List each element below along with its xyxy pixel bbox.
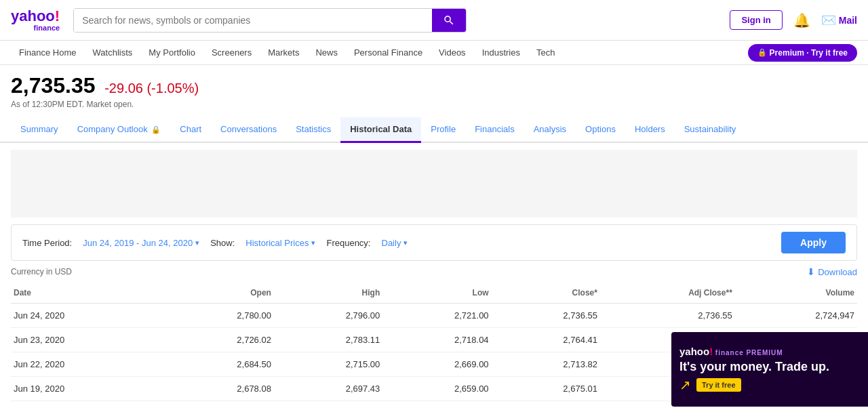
tab-conversations[interactable]: Conversations [211,117,286,143]
apply-button[interactable]: Apply [781,232,846,253]
nav-industries[interactable]: Industries [474,42,528,63]
tab-profile[interactable]: Profile [421,117,465,143]
header-right: Sign in 🔔 ✉️ Mail [730,10,857,30]
search-icon [443,14,455,26]
tab-options[interactable]: Options [576,117,625,143]
cell-date: Jun 22, 2020 [11,352,165,377]
top-header: yahoo! finance Sign in 🔔 ✉️ Mail [0,0,868,41]
logo[interactable]: yahoo! finance [11,9,60,32]
cell-date: Jun 24, 2020 [11,304,165,328]
notification-bell-icon[interactable]: 🔔 [793,12,810,28]
table-header-row: Date Open High Low Close* Adj Close** Vo… [11,283,857,304]
chevron-down-icon: ▾ [195,239,199,247]
nav-tech[interactable]: Tech [528,42,563,63]
cell-high: 2,697.43 [274,377,382,401]
currency-note: Currency in USD [11,267,72,276]
time-period-value: Jun 24, 2019 - Jun 24, 2020 [83,238,193,248]
col-low: Low [382,283,491,304]
tab-historical-data[interactable]: Historical Data [340,117,421,143]
tab-sustainability[interactable]: Sustainability [675,117,746,143]
ad-finance-label: finance [715,349,744,356]
mail-icon: ✉️ [821,13,836,28]
cell-low: 2,718.04 [382,328,491,352]
nav-watchlists[interactable]: Watchlists [85,42,141,63]
search-button[interactable] [432,9,466,32]
ad-arrow-icon: ↗ [679,377,691,393]
cell-low: 2,659.00 [382,377,491,401]
show-dropdown[interactable]: Historical Prices ▾ [245,238,315,248]
ad-premium-label: PREMIUM [746,349,783,356]
cell-high: 2,783.11 [274,328,382,352]
search-bar [73,8,467,33]
cell-high: 2,715.00 [274,352,382,377]
time-period-dropdown[interactable]: Jun 24, 2019 - Jun 24, 2020 ▾ [83,238,199,248]
cell-date: Jun 19, 2020 [11,377,165,401]
logo-finance: finance [11,24,60,32]
cell-date: Jun 23, 2020 [11,328,165,352]
cell-low: 2,669.00 [382,352,491,377]
filter-bar: Time Period: Jun 24, 2019 - Jun 24, 2020… [11,224,857,261]
logo-text: yahoo! [11,7,60,24]
ad-logo: yahoo! [679,346,713,357]
cell-adj-close--: 2,736.55 [600,304,735,328]
tab-financials[interactable]: Financials [465,117,524,143]
cell-open: 2,726.02 [165,328,274,352]
tab-company-outlook[interactable]: Company Outlook 🔒 [68,117,171,143]
mail-link[interactable]: ✉️ Mail [821,13,857,28]
frequency-label: Frequency: [326,238,370,248]
ad-try-button[interactable]: Try it free [696,378,741,392]
download-button[interactable]: ⬇ Download [807,266,857,277]
lock-icon: 🔒 [151,125,161,134]
chevron-down-icon: ▾ [403,239,408,247]
lock-icon: 🔒 [757,48,767,57]
nav-personal-finance[interactable]: Personal Finance [346,42,431,63]
table-row: Jun 24, 20202,780.002,796.002,721.002,73… [11,304,857,328]
nav-videos[interactable]: Videos [431,42,474,63]
market-status: As of 12:30PM EDT. Market open. [11,100,857,109]
cell-close-: 2,713.82 [492,352,600,377]
nav-my-portfolio[interactable]: My Portfolio [140,42,203,63]
tab-statistics[interactable]: Statistics [286,117,340,143]
stock-change: -29.06 (-1.05%) [104,81,199,96]
search-input[interactable] [74,9,432,32]
frequency-value: Daily [382,238,401,248]
ad-text: It's your money. Trade up. [679,360,860,374]
cell-low: 2,721.00 [382,304,491,328]
tab-summary[interactable]: Summary [11,117,68,143]
col-date: Date [11,283,165,304]
premium-label: Premium · Try it free [770,48,848,58]
col-adj-close: Adj Close** [600,283,735,304]
tab-chart[interactable]: Chart [170,117,211,143]
sign-in-button[interactable]: Sign in [730,10,782,30]
col-high: High [274,283,382,304]
time-period-label: Time Period: [22,238,72,248]
nav-markets[interactable]: Markets [260,42,307,63]
ad-space [11,150,857,218]
tab-analysis[interactable]: Analysis [524,117,576,143]
ad-bottom: ↗ Try it free [679,377,860,393]
show-value: Historical Prices [245,238,309,248]
cell-open: 2,678.08 [165,377,274,401]
tab-holders[interactable]: Holders [625,117,675,143]
stock-area: 2,735.35 -29.06 (-1.05%) As of 12:30PM E… [0,65,868,115]
cell-open: 2,780.00 [165,304,274,328]
cell-open: 2,684.50 [165,352,274,377]
frequency-dropdown[interactable]: Daily ▾ [382,238,408,248]
show-label: Show: [210,238,235,248]
col-open: Open [165,283,274,304]
col-close: Close* [492,283,600,304]
cell-high: 2,796.00 [274,304,382,328]
nav-bar: Finance Home Watchlists My Portfolio Scr… [0,41,868,65]
col-volume: Volume [735,283,857,304]
premium-button[interactable]: 🔒 Premium · Try it free [748,44,857,62]
chevron-down-icon: ▾ [311,239,315,247]
right-ad-banner[interactable]: yahoo! finance PREMIUM It's your money. … [671,332,868,401]
download-icon: ⬇ [807,266,815,277]
nav-news[interactable]: News [307,42,346,63]
cell-volume: 2,724,947 [735,304,857,328]
cell-close-: 2,736.55 [492,304,600,328]
table-meta: Currency in USD ⬇ Download [11,266,857,277]
nav-screeners[interactable]: Screeners [203,42,260,63]
nav-finance-home[interactable]: Finance Home [11,42,85,63]
cell-close-: 2,675.01 [492,377,600,401]
